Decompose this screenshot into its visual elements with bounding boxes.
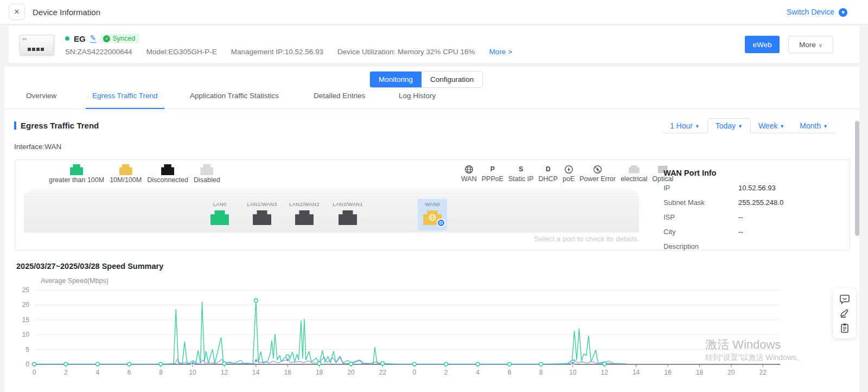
floating-tools-panel xyxy=(833,288,856,338)
close-button[interactable]: × xyxy=(9,4,25,20)
top-header: × Device Information Switch Device ▼ xyxy=(0,0,868,24)
more-dropdown-button[interactable]: More∨ xyxy=(788,36,833,53)
port-lan1-wan3[interactable]: LAN1/WAN3 xyxy=(247,199,277,230)
wan-city-value: -- xyxy=(738,228,743,236)
filter-month[interactable]: Month ▼ xyxy=(792,119,835,133)
tab-detailed-entries[interactable]: Detailed Entries xyxy=(314,92,365,108)
device-management-ip: Management IP:10.52.56.93 xyxy=(231,48,323,56)
svg-text:6: 6 xyxy=(127,369,131,376)
sync-status-badge: ✓Synced xyxy=(100,34,139,43)
svg-text:14: 14 xyxy=(252,369,260,376)
tab-egress-traffic-trend[interactable]: Egress Traffic Trend xyxy=(92,92,158,108)
vertical-scrollbar-thumb[interactable] xyxy=(855,121,859,236)
tab-monitoring[interactable]: Monitoring xyxy=(370,72,422,87)
device-port-strip: LAN0 LAN1/WAN3 LAN2/WAN2 LAN3/WAN1 WAN0 xyxy=(24,195,639,233)
port-speed-legend: greater than 100M 10M/100M Disconnected … xyxy=(49,164,220,184)
wan-port-info: WAN Port Info IP10.52.56.93 Subnet Mask2… xyxy=(663,169,843,257)
svg-text:20: 20 xyxy=(727,369,735,376)
svg-text:4: 4 xyxy=(95,369,99,376)
port-lan3-wan1-icon xyxy=(339,210,357,225)
svg-text:10: 10 xyxy=(569,369,577,376)
section-accent-bar xyxy=(14,121,16,130)
filter-1-hour[interactable]: 1 Hour ▼ xyxy=(662,119,707,133)
port-wan0[interactable]: WAN0 D xyxy=(418,199,447,230)
globe-icon xyxy=(464,164,474,174)
wan-ip-value: 10.52.56.93 xyxy=(738,184,776,192)
letter-p-icon: P xyxy=(490,164,495,174)
svg-text:12: 12 xyxy=(221,369,228,376)
device-information-page: × Device Information Switch Device ▼ EG … xyxy=(0,0,868,392)
wan-mask-value: 255.255.248.0 xyxy=(738,198,783,207)
port-lan2-wan2[interactable]: LAN2/WAN2 xyxy=(290,199,319,230)
dhcp-badge: D xyxy=(437,219,445,227)
svg-text:6: 6 xyxy=(508,369,512,376)
filter-week[interactable]: Week ▼ xyxy=(751,119,792,133)
svg-text:16: 16 xyxy=(664,369,672,376)
main-content-card: Monitoring Configuration Overview Egress… xyxy=(4,67,859,392)
chevron-down-icon: ▼ xyxy=(738,124,743,129)
svg-text:16: 16 xyxy=(284,369,292,376)
edit-name-icon[interactable]: ✎ xyxy=(90,34,97,43)
port-green-icon xyxy=(70,164,83,175)
tab-overview[interactable]: Overview xyxy=(26,92,56,108)
svg-text:18: 18 xyxy=(316,369,323,376)
svg-text:0: 0 xyxy=(25,361,29,368)
port-lan3-wan1[interactable]: LAN3/WAN1 xyxy=(333,199,362,230)
port-gray-icon xyxy=(200,164,213,175)
tab-configuration[interactable]: Configuration xyxy=(422,72,482,87)
windows-watermark-line2: 转到“设置”以激活 Windows。 xyxy=(705,353,804,363)
svg-text:8: 8 xyxy=(539,369,543,376)
device-thumbnail xyxy=(20,35,54,55)
sub-tabs: Overview Egress Traffic Trend Applicatio… xyxy=(4,92,859,109)
wan-isp-value: -- xyxy=(738,213,743,221)
svg-text:8: 8 xyxy=(159,369,163,376)
pen-icon[interactable] xyxy=(839,307,851,319)
chat-bubble-icon[interactable] xyxy=(839,293,851,305)
device-more-link[interactable]: More > xyxy=(489,48,512,56)
device-summary-card: EG ✎ ✓Synced SN:ZAS4222000644 Model:EG30… xyxy=(9,26,859,63)
svg-text:20: 20 xyxy=(22,301,30,309)
port-lan0[interactable]: LAN0 xyxy=(205,199,234,230)
svg-text:18: 18 xyxy=(696,369,704,376)
svg-text:0: 0 xyxy=(412,369,416,376)
port-lan1-wan3-icon xyxy=(253,210,271,225)
chevron-down-icon: ▼ xyxy=(780,124,784,129)
chart-y-axis-label: Average Speed(Mbps) xyxy=(41,277,108,285)
chart-title: 2025/03/27~2025/03/28 Speed Summary xyxy=(16,262,163,271)
tab-application-traffic-statistics[interactable]: Application Traffic Statistics xyxy=(190,92,279,108)
chart-canvas: 2520151050024681012141618202202468101214… xyxy=(16,286,792,383)
svg-text:14: 14 xyxy=(633,369,640,376)
filter-today[interactable]: Today ▼ xyxy=(707,118,751,133)
time-range-filters: 1 Hour ▼ Today ▼ Week ▼ Month ▼ xyxy=(662,117,835,133)
section-title: Egress Traffic Trend xyxy=(21,121,99,130)
power-error-icon xyxy=(593,164,602,174)
port-lan2-wan2-icon xyxy=(295,210,314,225)
switch-device-link[interactable]: Switch Device xyxy=(787,0,834,24)
svg-text:2: 2 xyxy=(444,369,448,376)
interface-label: Interface:WAN xyxy=(14,143,61,151)
svg-text:0: 0 xyxy=(33,369,36,376)
poe-bolt-icon xyxy=(564,164,573,174)
port-type-legend: WAN PPPPoE SStatic IP DDHCP poE Power Er… xyxy=(461,164,673,183)
eweb-button[interactable]: eWeb xyxy=(745,36,780,53)
chevron-down-icon: ∨ xyxy=(819,42,822,48)
globe-icon xyxy=(429,214,436,223)
letter-d-icon: D xyxy=(546,164,551,174)
chevron-down-circle-icon[interactable]: ▼ xyxy=(839,8,847,17)
close-icon: × xyxy=(14,7,19,16)
check-icon: ✓ xyxy=(103,35,110,42)
page-title: Device Information xyxy=(33,0,100,24)
svg-text:10: 10 xyxy=(189,369,196,376)
svg-text:22: 22 xyxy=(379,369,387,376)
letter-s-icon: S xyxy=(519,164,523,174)
svg-text:25: 25 xyxy=(22,286,30,294)
port-status-panel: greater than 100M 10M/100M Disconnected … xyxy=(15,159,850,250)
device-model: Model:EG305GH-P-E xyxy=(146,48,217,56)
port-yellow-icon xyxy=(119,164,132,175)
svg-text:22: 22 xyxy=(760,369,767,376)
clipboard-icon[interactable] xyxy=(839,322,851,334)
tab-log-history[interactable]: Log History xyxy=(399,92,436,108)
port-lan0-icon xyxy=(210,210,229,225)
chevron-down-icon: ▼ xyxy=(695,124,700,129)
windows-watermark-line1: 激活 Windows xyxy=(705,337,781,353)
